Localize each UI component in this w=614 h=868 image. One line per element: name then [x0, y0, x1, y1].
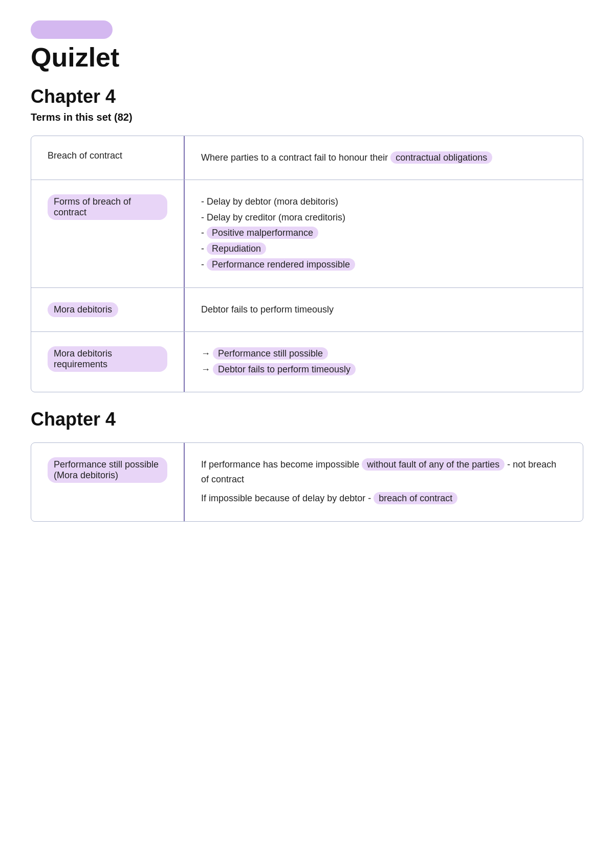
highlight-contractual-obligations: contractual obligations [390, 151, 492, 164]
app-title: Quizlet [31, 44, 583, 71]
term-highlight: Performance still possible (Mora debitor… [48, 457, 167, 483]
highlight-debtor-fails: Debtor fails to perform timeously [213, 363, 356, 375]
chapter-title-1: Chapter 4 [31, 86, 583, 107]
def-line: → Debtor fails to perform timeously [201, 362, 566, 377]
def-line: - Delay by creditor (mora creditoris) [201, 210, 566, 225]
logo-pill [31, 20, 113, 39]
highlight-performance-possible: Performance still possible [213, 347, 328, 360]
def-line: If impossible because of delay by debtor… [201, 491, 566, 506]
chapter-title-2: Chapter 4 [31, 409, 583, 430]
term-text: Breach of contract [48, 150, 122, 161]
highlight-breach-of-contract: breach of contract [374, 492, 457, 504]
def-line: → Performance still possible [201, 346, 566, 361]
definition-mora-requirements: → Performance still possible → Debtor fa… [185, 332, 583, 392]
highlight-repudiation: Repudiation [207, 242, 266, 255]
flashcard-table-2: Performance still possible (Mora debitor… [31, 442, 583, 521]
term-mora-debitoris: Mora debitoris [31, 288, 185, 331]
highlight-positive-malperformance: Positive malperformance [207, 227, 318, 239]
def-line: If performance has become impossible wit… [201, 457, 566, 487]
definition-performance-still-possible: If performance has become impossible wit… [185, 443, 583, 521]
def-line: - Repudiation [201, 241, 566, 256]
def-line: - Positive malperformance [201, 226, 566, 240]
term-mora-requirements: Mora debitoris requirements [31, 332, 185, 392]
term-highlight: Mora debitoris [48, 302, 118, 317]
term-highlight: Mora debitoris requirements [48, 346, 167, 372]
logo-bar [31, 20, 583, 39]
term-forms-of-breach: Forms of breach of contract [31, 180, 185, 287]
definition-mora-debitoris: Debtor fails to perform timeously [185, 288, 583, 331]
term-performance-still-possible: Performance still possible (Mora debitor… [31, 443, 185, 521]
terms-label: Terms in this set (82) [31, 112, 583, 123]
table-row: Forms of breach of contract - Delay by d… [31, 180, 583, 288]
table-row: Mora debitoris requirements → Performanc… [31, 332, 583, 392]
table-row: Performance still possible (Mora debitor… [31, 443, 583, 521]
term-highlight: Forms of breach of contract [48, 194, 167, 220]
highlight-no-fault: without fault of any of the parties [362, 458, 505, 471]
flashcard-table-1: Breach of contract Where parties to a co… [31, 136, 583, 392]
chapter-section-2: Chapter 4 [31, 409, 583, 430]
table-row: Breach of contract Where parties to a co… [31, 136, 583, 180]
def-line: - Performance rendered impossible [201, 257, 566, 272]
table-row: Mora debitoris Debtor fails to perform t… [31, 288, 583, 332]
definition-forms-of-breach: - Delay by debtor (mora debitoris) - Del… [185, 180, 583, 287]
definition-breach-of-contract: Where parties to a contract fail to hono… [185, 136, 583, 180]
term-breach-of-contract: Breach of contract [31, 136, 185, 180]
def-line: - Delay by debtor (mora debitoris) [201, 194, 566, 209]
def-text: Debtor fails to perform timeously [201, 304, 334, 315]
highlight-performance-impossible: Performance rendered impossible [207, 258, 355, 271]
